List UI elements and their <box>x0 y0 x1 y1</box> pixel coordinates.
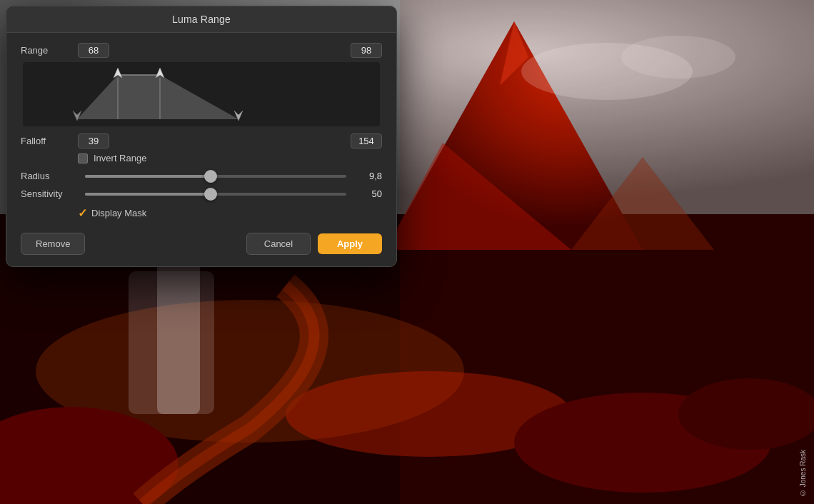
sensitivity-row: Sensitivity 50 <box>21 188 382 199</box>
falloff-row: Falloff 39 154 <box>21 133 382 148</box>
range-right-value[interactable]: 98 <box>351 43 382 58</box>
invert-range-label: Invert Range <box>94 153 146 163</box>
sensitivity-label: Sensitivity <box>21 188 78 199</box>
invert-range-row: Invert Range <box>78 153 382 163</box>
apply-button[interactable]: Apply <box>318 233 382 254</box>
dialog-title: Luma Range <box>172 14 231 25</box>
range-chart-container <box>21 62 382 126</box>
radius-label: Radius <box>21 171 78 181</box>
range-chart-svg[interactable] <box>21 62 382 126</box>
svg-rect-15 <box>400 0 814 504</box>
falloff-label: Falloff <box>21 136 78 146</box>
radius-slider-fill <box>85 175 211 178</box>
radius-slider-thumb[interactable] <box>204 170 217 183</box>
radius-row: Radius 9,8 <box>21 171 382 181</box>
button-row: Remove Cancel Apply <box>21 230 382 255</box>
falloff-right-value[interactable]: 154 <box>351 133 382 148</box>
sensitivity-slider-track[interactable] <box>85 193 346 196</box>
copyright-text: © Jones Rask <box>799 450 807 497</box>
radius-slider-track[interactable] <box>85 175 346 178</box>
display-mask-checkmark[interactable]: ✓ <box>78 206 87 220</box>
sensitivity-slider-fill <box>85 193 211 196</box>
svg-rect-8 <box>157 257 200 414</box>
range-left-value[interactable]: 68 <box>78 43 109 58</box>
invert-range-checkbox[interactable] <box>78 153 88 163</box>
sensitivity-slider-thumb[interactable] <box>204 188 217 201</box>
range-row: Range 68 98 <box>21 43 382 58</box>
dialog-body: Range 68 98 <box>6 33 396 266</box>
range-label: Range <box>21 45 78 56</box>
sensitivity-value: 50 <box>353 188 382 199</box>
display-mask-label: Display Mask <box>91 208 146 218</box>
radius-value: 9,8 <box>353 171 382 181</box>
cancel-button[interactable]: Cancel <box>246 233 311 255</box>
luma-range-dialog: Luma Range Range 68 98 <box>6 6 397 267</box>
remove-button[interactable]: Remove <box>21 233 85 255</box>
display-mask-row: ✓ Display Mask <box>78 206 382 220</box>
dialog-titlebar: Luma Range <box>6 6 396 33</box>
falloff-left-value[interactable]: 39 <box>78 133 109 148</box>
